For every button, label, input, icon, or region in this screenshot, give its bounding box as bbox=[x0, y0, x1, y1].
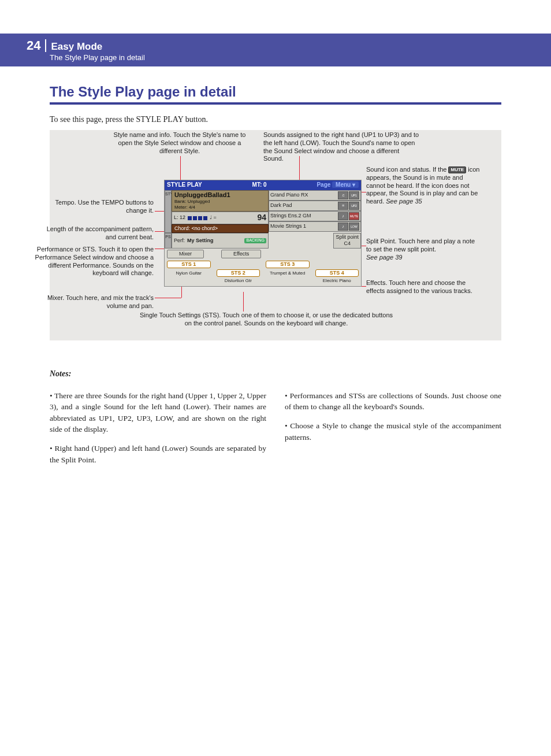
style-name: UnpluggedBallad1 bbox=[174, 191, 266, 199]
callout-tempo: Tempo. Use the TEMPO buttons to change i… bbox=[50, 199, 154, 215]
mixer-button: Mixer bbox=[167, 250, 204, 258]
strings-icon: ♪ bbox=[338, 212, 348, 220]
sts3-button: STS 3 bbox=[266, 261, 310, 268]
chapter-title: Easy Mode bbox=[46, 42, 102, 51]
sts1-name: Nylon Guitar bbox=[167, 270, 211, 276]
chord-display: Chord: <no chord> bbox=[172, 224, 269, 233]
ui-mt: MT: 0 bbox=[252, 181, 267, 189]
side-low: LOW bbox=[349, 223, 359, 231]
perf-tag: BACKING bbox=[244, 238, 266, 243]
note-2: • Right hand (Upper) and left hand (Lowe… bbox=[50, 443, 266, 465]
piano-icon: ♫ bbox=[338, 191, 348, 199]
sts3-name: Trumpet & Muted bbox=[266, 270, 310, 276]
ui-menu: Menu ▾ bbox=[332, 181, 359, 188]
page-header: 24 Easy Mode The Style Play page in deta… bbox=[0, 34, 551, 66]
notes-section: Notes: • There are three Sounds for the … bbox=[50, 369, 501, 473]
side-up1: UP1 bbox=[349, 191, 359, 199]
sound-up1: Grand Piano RX bbox=[270, 192, 308, 198]
sound-up3: Strings Ens.2 GM bbox=[270, 213, 311, 219]
annotated-diagram: Style name and info. Touch the Style's n… bbox=[50, 130, 501, 340]
callout-sound-icon: Sound icon and status. If the MUTE icon … bbox=[366, 166, 482, 206]
note-3: • Performances and STSs are collections … bbox=[285, 390, 501, 413]
sound-up2: Dark Pad bbox=[270, 202, 292, 209]
callout-length: Length of the accompaniment pattern, and… bbox=[35, 225, 154, 242]
pad-icon: ≡ bbox=[338, 202, 348, 210]
section-title: The Style Play page in detail bbox=[50, 84, 501, 105]
side-sty: STY bbox=[165, 190, 172, 234]
callout-mixer: Mixer. Touch here, and mix the track's v… bbox=[25, 294, 154, 310]
pointer bbox=[155, 249, 164, 249]
side-ps: PS bbox=[165, 233, 172, 249]
pointer bbox=[155, 298, 181, 298]
perf-label: Perf: bbox=[174, 238, 185, 244]
tempo-l: L: 12 bbox=[174, 214, 185, 221]
note-1: • There are three Sounds for the right h… bbox=[50, 390, 266, 435]
callout-split: Split Point. Touch here and play a note … bbox=[366, 238, 476, 261]
ui-page: Page bbox=[317, 181, 330, 188]
notes-label: Notes: bbox=[50, 369, 501, 379]
tempo-prefix: ♩ = bbox=[210, 214, 217, 221]
perf-name: My Setting bbox=[187, 238, 214, 244]
callout-perf: Performance or STS. Touch it to open the… bbox=[35, 246, 154, 277]
sts4-name: Electric Piano bbox=[315, 278, 359, 284]
style-bank: Bank: Unplugged bbox=[174, 199, 266, 205]
sound-low: Movie Strings 1 bbox=[270, 223, 306, 229]
sts1-button: STS 1 bbox=[167, 261, 211, 268]
pointer bbox=[155, 211, 164, 212]
mute-icon: MUTE bbox=[349, 212, 359, 220]
mute-icon: MUTE bbox=[448, 166, 466, 173]
device-screenshot: STYLE PLAY MT: 0 Page Menu ▾ STY Unplugg… bbox=[164, 180, 362, 287]
sts2-name: Distortion Gtr bbox=[217, 278, 260, 284]
callout-effects: Effects. Touch here and choose the effec… bbox=[366, 279, 476, 295]
callout-sounds-info: Sounds assigned to the right hand (UP1 t… bbox=[263, 131, 419, 163]
pointer bbox=[155, 231, 164, 232]
note-4: • Choose a Style to change the musical s… bbox=[285, 420, 501, 443]
style-meter: Meter: 4/4 bbox=[174, 205, 266, 210]
pointer bbox=[243, 292, 244, 312]
callout-sts: Single Touch Settings (STS). Touch one o… bbox=[136, 312, 396, 328]
strings-icon: ♪ bbox=[338, 223, 348, 231]
split-label: Split point bbox=[336, 234, 359, 240]
tempo-bpm: 94 bbox=[257, 213, 266, 223]
pointer bbox=[362, 192, 366, 192]
side-up2: UP2 bbox=[349, 202, 359, 210]
sts2-button: STS 2 bbox=[217, 269, 260, 277]
header-subtitle: The Style Play page in detail bbox=[50, 53, 551, 62]
callout-style-info: Style name and info. Touch the Style's n… bbox=[110, 131, 249, 155]
intro-text: To see this page, press the STYLE PLAY b… bbox=[50, 115, 501, 124]
pointer bbox=[362, 246, 366, 246]
effects-button: Effects bbox=[221, 250, 261, 258]
ui-title: STYLE PLAY bbox=[167, 181, 202, 189]
pointer bbox=[362, 286, 366, 287]
split-note: C4 bbox=[336, 240, 359, 247]
sts4-button: STS 4 bbox=[315, 269, 359, 277]
page-number: 24 bbox=[27, 39, 46, 52]
